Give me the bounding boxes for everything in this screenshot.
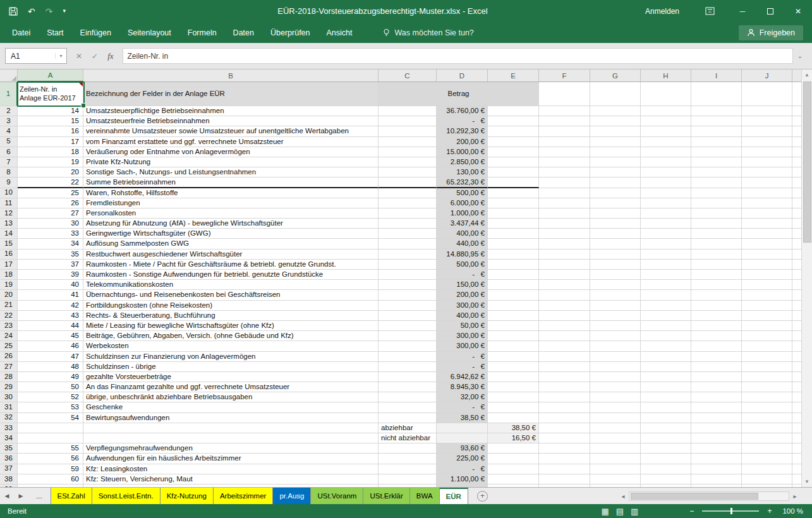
- cell-I16[interactable]: [691, 250, 742, 260]
- cell-A31[interactable]: 53: [18, 402, 83, 413]
- cell-H16[interactable]: [641, 250, 691, 260]
- cell-B35[interactable]: Verpflegungsmehraufwendungen: [83, 443, 379, 454]
- row-header-5[interactable]: 5: [0, 137, 18, 147]
- cell-F9[interactable]: [539, 178, 590, 188]
- cell-K22[interactable]: [792, 311, 801, 321]
- cell-G10[interactable]: [590, 188, 641, 198]
- cell-B16[interactable]: Restbuchwert ausgeschiedener Wirtschafts…: [83, 250, 379, 260]
- cell-C37[interactable]: [379, 464, 437, 474]
- cell-I34[interactable]: [691, 433, 742, 443]
- sheet-nav-left-icon[interactable]: ◀: [0, 488, 14, 504]
- cell-H15[interactable]: [641, 239, 691, 249]
- maximize-button[interactable]: [756, 0, 784, 22]
- cell-A28[interactable]: 49: [18, 372, 83, 382]
- cell-G5[interactable]: [590, 137, 641, 147]
- cell-E35[interactable]: [488, 443, 539, 454]
- cell-A30[interactable]: 52: [18, 392, 83, 402]
- cell-B36[interactable]: Aufwendungen für ein häusliches Arbeitsz…: [83, 454, 379, 464]
- cell-F38[interactable]: [539, 474, 590, 485]
- cell-B34[interactable]: [83, 433, 379, 443]
- cell-K5[interactable]: [792, 137, 801, 147]
- cell-G20[interactable]: [590, 290, 641, 300]
- cell-D26[interactable]: - €: [437, 352, 488, 362]
- cell-E38[interactable]: [488, 474, 539, 485]
- cell-H38[interactable]: [641, 474, 691, 485]
- cell-C12[interactable]: [379, 208, 437, 219]
- cell-H6[interactable]: [641, 147, 691, 157]
- cell-C1-E1-betrag[interactable]: Betrag: [379, 82, 539, 106]
- name-box-dropdown-icon[interactable]: ▾: [55, 53, 66, 59]
- cell-G22[interactable]: [590, 311, 641, 321]
- row-header-27[interactable]: 27: [0, 362, 18, 372]
- cell-K31[interactable]: [792, 402, 801, 413]
- cell-J8[interactable]: [742, 167, 792, 178]
- cell-C18[interactable]: [379, 270, 437, 280]
- cell-J18[interactable]: [742, 270, 792, 280]
- zoom-slider-thumb[interactable]: [730, 508, 732, 514]
- cell-A7[interactable]: 19: [18, 157, 83, 167]
- cell-F36[interactable]: [539, 454, 590, 464]
- cell-C33[interactable]: abziehbar: [379, 423, 437, 433]
- cell-J15[interactable]: [742, 239, 792, 249]
- cell-K13[interactable]: [792, 219, 801, 229]
- cell-B32[interactable]: Bewirtungsaufwendungen: [83, 413, 379, 423]
- cell-E9[interactable]: [488, 178, 539, 188]
- cell-C26[interactable]: [379, 352, 437, 362]
- cell-D5[interactable]: 200,00 €: [437, 137, 488, 147]
- cell-G14[interactable]: [590, 229, 641, 239]
- cell-J34[interactable]: [742, 433, 792, 443]
- row-header-19[interactable]: 19: [0, 280, 18, 290]
- enter-icon[interactable]: ✓: [92, 52, 98, 61]
- column-header-G[interactable]: G: [590, 69, 641, 82]
- cell-D39[interactable]: [437, 485, 488, 487]
- cell-K25[interactable]: [792, 341, 801, 351]
- cell-J5[interactable]: [742, 137, 792, 147]
- row-header-13[interactable]: 13: [0, 219, 18, 229]
- cell-H5[interactable]: [641, 137, 691, 147]
- row-header-14[interactable]: 14: [0, 229, 18, 239]
- cell-K37[interactable]: [792, 464, 801, 474]
- cell-H14[interactable]: [641, 229, 691, 239]
- cell-A3[interactable]: 15: [18, 116, 83, 126]
- cell-F32[interactable]: [539, 413, 590, 423]
- cell-K28[interactable]: [792, 372, 801, 382]
- cell-F31[interactable]: [539, 402, 590, 413]
- cell-K9[interactable]: [792, 178, 801, 188]
- cell-C5[interactable]: [379, 137, 437, 147]
- cell-D32[interactable]: 38,50 €: [437, 413, 488, 423]
- zoom-in-button[interactable]: +: [767, 507, 772, 515]
- cell-K38[interactable]: [792, 474, 801, 485]
- cell-B3[interactable]: Umsatzsteuerfreie Betriebseinnahmen: [83, 116, 379, 126]
- cell-D7[interactable]: 2.850,00 €: [437, 157, 488, 167]
- cell-E3[interactable]: [488, 116, 539, 126]
- cell-C39[interactable]: [379, 485, 437, 487]
- cell-I3[interactable]: [691, 116, 742, 126]
- cell-K36[interactable]: [792, 454, 801, 464]
- cell-J6[interactable]: [742, 147, 792, 157]
- cell-C21[interactable]: [379, 301, 437, 311]
- row-header-7[interactable]: 7: [0, 157, 18, 167]
- row-header-9[interactable]: 9: [0, 178, 18, 188]
- cell-A2[interactable]: 14: [18, 106, 83, 116]
- cell-H21[interactable]: [641, 301, 691, 311]
- cell-B4[interactable]: vereinnahmte Umsatzsteuer sowie Umsatzst…: [83, 126, 379, 136]
- cell-K14[interactable]: [792, 229, 801, 239]
- row-header-31[interactable]: 31: [0, 402, 18, 413]
- cell-A4[interactable]: 16: [18, 126, 83, 136]
- cell-H9[interactable]: [641, 178, 691, 188]
- cell-B8[interactable]: Sonstige Sach-, Nutzungs- und Leistungse…: [83, 167, 379, 178]
- cell-K4[interactable]: [792, 126, 801, 136]
- cell-F4[interactable]: [539, 126, 590, 136]
- cell-G38[interactable]: [590, 474, 641, 485]
- cell-I13[interactable]: [691, 219, 742, 229]
- cell-H13[interactable]: [641, 219, 691, 229]
- cell-B38[interactable]: Kfz: Steuern, Versicherung, Maut: [83, 474, 379, 485]
- cell-F20[interactable]: [539, 290, 590, 300]
- ribbon-tab-datei[interactable]: Datei: [4, 22, 39, 43]
- cell-K34[interactable]: [792, 433, 801, 443]
- cell-A29[interactable]: 50: [18, 382, 83, 392]
- cell-J37[interactable]: [742, 464, 792, 474]
- cell-A17[interactable]: 37: [18, 260, 83, 270]
- cell-I17[interactable]: [691, 260, 742, 270]
- row-header-23[interactable]: 23: [0, 321, 18, 331]
